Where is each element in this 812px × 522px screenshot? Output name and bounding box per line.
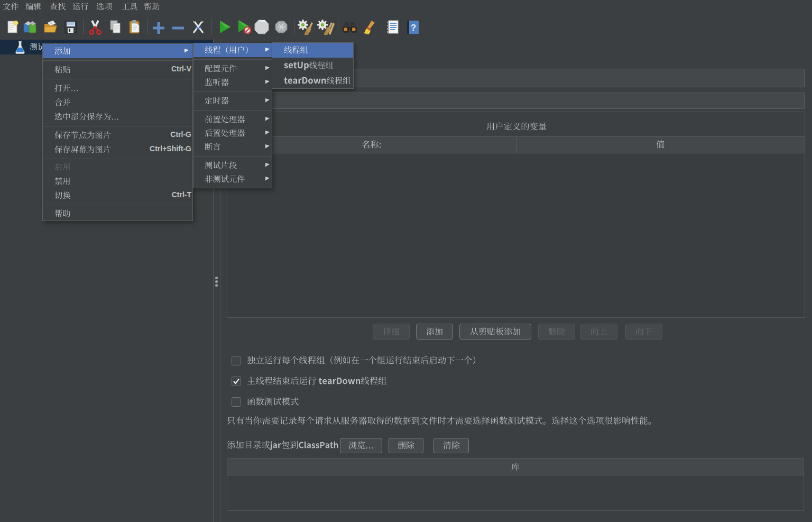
svg-text:?: ? [411, 23, 416, 33]
